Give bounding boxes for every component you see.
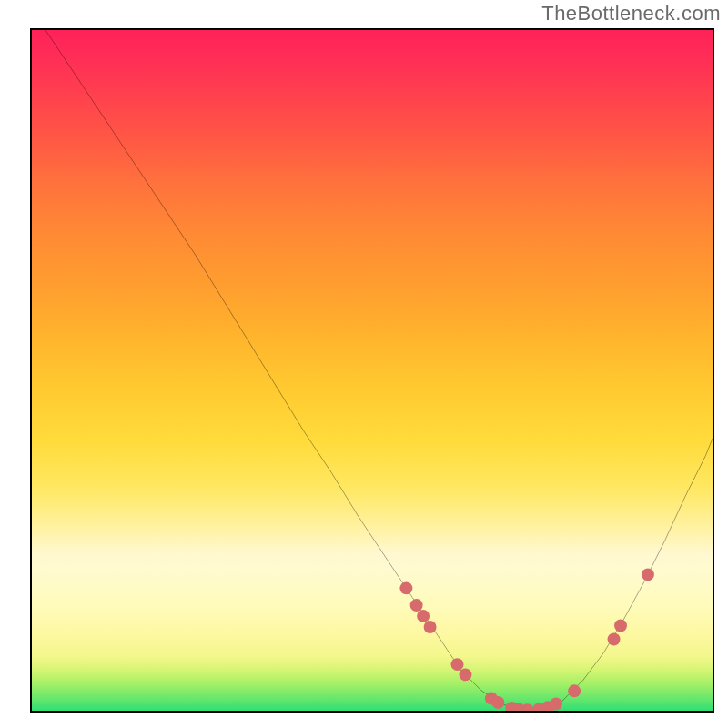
plot-area [30,28,714,713]
marker-dot [460,668,472,681]
marker-dot [608,632,621,645]
attribution-text: TheBottleneck.com [541,2,721,25]
marker-dot [550,698,562,711]
marker-dot [410,599,423,612]
marker-dot [614,620,627,632]
curve-svg [32,30,713,711]
marker-dot [642,568,654,581]
marker-dot [417,610,430,622]
marker-dot [399,581,412,594]
marker-dot [521,703,534,711]
bottleneck-curve-path [46,30,713,711]
marker-dot [568,684,581,697]
markers-group [399,568,653,711]
marker-dot [424,621,437,633]
marker-dot [451,658,464,671]
chart-container: TheBottleneck.com [0,0,728,728]
marker-dot [491,696,504,709]
